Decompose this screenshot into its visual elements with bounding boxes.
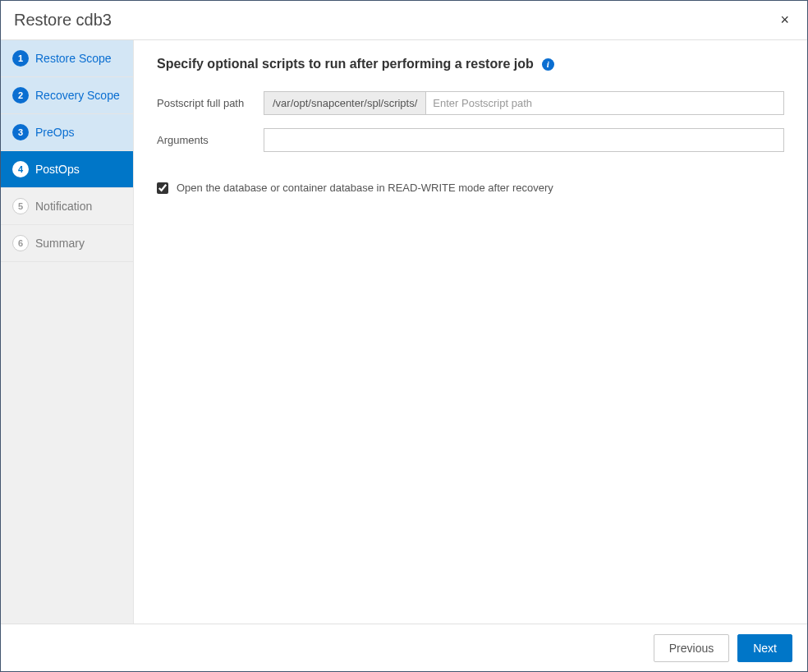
step-summary[interactable]: 6 Summary xyxy=(1,225,133,262)
dialog-body: 1 Restore Scope 2 Recovery Scope 3 PreOp… xyxy=(1,40,807,624)
restore-dialog: Restore cdb3 × 1 Restore Scope 2 Recover… xyxy=(0,0,808,672)
main-panel: Specify optional scripts to run after pe… xyxy=(134,40,807,624)
main-heading: Specify optional scripts to run after pe… xyxy=(157,57,784,71)
step-number: 5 xyxy=(12,198,29,214)
postscript-path-prefix: /var/opt/snapcenter/spl/scripts/ xyxy=(264,92,426,114)
step-label: Recovery Scope xyxy=(35,89,120,102)
step-number: 1 xyxy=(12,50,29,67)
step-label: Notification xyxy=(35,200,92,213)
dialog-footer: Previous Next xyxy=(1,624,807,671)
step-restore-scope[interactable]: 1 Restore Scope xyxy=(1,40,133,77)
open-db-checkbox-label: Open the database or container database … xyxy=(177,182,553,194)
postscript-path-group: /var/opt/snapcenter/spl/scripts/ xyxy=(264,91,784,115)
step-label: Summary xyxy=(35,237,85,250)
postscript-path-input[interactable] xyxy=(426,92,783,114)
dialog-title: Restore cdb3 xyxy=(14,11,112,30)
step-postops[interactable]: 4 PostOps xyxy=(1,151,133,188)
titlebar: Restore cdb3 × xyxy=(1,1,807,40)
arguments-row: Arguments xyxy=(157,128,784,152)
arguments-label: Arguments xyxy=(157,134,264,146)
step-number: 3 xyxy=(12,124,29,140)
close-icon[interactable]: × xyxy=(775,8,794,32)
wizard-sidebar: 1 Restore Scope 2 Recovery Scope 3 PreOp… xyxy=(1,40,134,624)
step-label: PostOps xyxy=(35,163,80,176)
step-label: PreOps xyxy=(35,126,74,139)
open-db-checkbox[interactable] xyxy=(157,182,168,194)
info-icon[interactable]: i xyxy=(542,58,554,71)
step-label: Restore Scope xyxy=(35,52,112,65)
postscript-label: Postscript full path xyxy=(157,97,264,109)
step-recovery-scope[interactable]: 2 Recovery Scope xyxy=(1,77,133,114)
postscript-row: Postscript full path /var/opt/snapcenter… xyxy=(157,91,784,115)
next-button[interactable]: Next xyxy=(737,634,792,662)
step-number: 2 xyxy=(12,87,29,104)
step-notification[interactable]: 5 Notification xyxy=(1,188,133,225)
main-heading-text: Specify optional scripts to run after pe… xyxy=(157,57,534,71)
step-number: 4 xyxy=(12,161,29,177)
arguments-input[interactable] xyxy=(264,128,784,152)
open-db-checkbox-row: Open the database or container database … xyxy=(157,182,784,194)
previous-button[interactable]: Previous xyxy=(654,634,729,662)
step-preops[interactable]: 3 PreOps xyxy=(1,114,133,151)
step-number: 6 xyxy=(12,235,29,251)
